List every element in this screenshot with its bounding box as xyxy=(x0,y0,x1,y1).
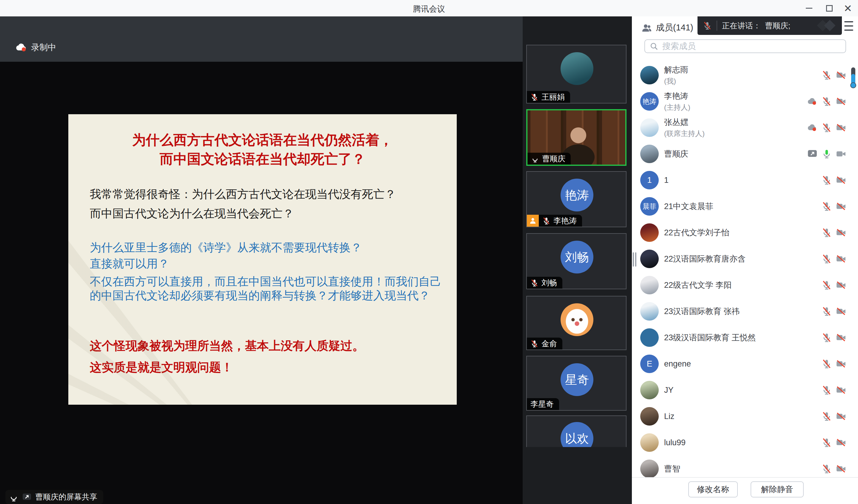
member-row[interactable]: 22级古代文学 李阳 xyxy=(632,272,858,298)
close-icon: ✕ xyxy=(844,3,852,13)
restore-button[interactable] xyxy=(821,0,838,16)
video-tile[interactable]: 王丽娟 xyxy=(526,45,626,103)
member-row[interactable]: 张丛嫼(联席主持人) xyxy=(632,115,858,141)
meeting-logo-watermark xyxy=(817,20,838,32)
member-name: 22级古代文学 李阳 xyxy=(664,280,822,291)
minimize-icon xyxy=(806,8,812,9)
screen-share-icon xyxy=(807,149,817,159)
avatar xyxy=(640,249,659,268)
camera-on-icon xyxy=(836,149,846,159)
camera-off-icon xyxy=(836,280,846,290)
member-row[interactable]: 曹顺庆 xyxy=(632,141,858,167)
mic-muted-icon xyxy=(822,123,832,133)
member-role: (我) xyxy=(664,76,822,86)
recording-label: 录制中 xyxy=(31,42,56,53)
mic-muted-icon xyxy=(822,280,832,290)
drag-handle-icon[interactable] xyxy=(633,252,636,266)
avatar xyxy=(640,66,659,84)
avatar xyxy=(640,276,659,294)
video-tile-active-speaker[interactable]: 曹顺庆 xyxy=(526,109,626,166)
slide-red-line1: 这个怪现象被视为理所当然，基本上没有人质疑过。 xyxy=(90,335,445,356)
mic-muted-icon xyxy=(822,70,832,80)
member-row[interactable]: JY xyxy=(632,377,858,403)
participant-name: 金俞 xyxy=(541,339,557,349)
slide-blue-para3: 不仅在西方可以直接用，而且在中国当代也可以直接使用！而我们自己的中国古代文论却必… xyxy=(90,275,445,303)
member-row[interactable]: 艳涛 李艳涛(主持人) xyxy=(632,88,858,115)
member-name: 23级汉语国际教育 王悦然 xyxy=(664,332,822,343)
member-name: 李艳涛 xyxy=(664,91,807,101)
avatar: 艳涛 xyxy=(640,92,659,111)
avatar: 1 xyxy=(640,171,659,189)
rename-button[interactable]: 修改名称 xyxy=(688,481,738,498)
video-tile[interactable]: 金俞 xyxy=(526,296,626,350)
restore-icon xyxy=(826,5,833,12)
avatar xyxy=(560,52,593,85)
mic-live-icon xyxy=(9,492,18,502)
mic-muted-icon xyxy=(822,438,832,448)
member-row[interactable]: 1 1 xyxy=(632,167,858,193)
tencent-meeting-window: 腾讯会议 ✕ 录制中 为什么西方古代文论话语在当代仍然活着， 而中国文论话语在当… xyxy=(0,0,858,504)
member-row[interactable]: 22古代文学刘子怡 xyxy=(632,220,858,246)
member-row[interactable]: 22汉语国际教育唐亦含 xyxy=(632,246,858,272)
menu-icon[interactable] xyxy=(844,21,853,31)
member-row[interactable]: 曹智 xyxy=(632,456,858,477)
member-row[interactable]: lulu99 xyxy=(632,429,858,456)
member-name: 22古代文学刘子怡 xyxy=(664,227,822,238)
member-list-scrollbar[interactable] xyxy=(850,67,856,90)
avatar xyxy=(560,303,593,336)
camera-off-icon xyxy=(836,228,846,238)
member-name: 21中文袁晨菲 xyxy=(664,201,822,212)
camera-off-icon xyxy=(836,96,846,107)
members-count-title: 成员(141) xyxy=(656,22,693,34)
camera-off-icon xyxy=(836,175,846,185)
minimize-button[interactable] xyxy=(800,0,818,16)
video-tile[interactable]: 星奇 李星奇 xyxy=(526,356,626,411)
member-name: Liz xyxy=(664,412,822,421)
people-icon xyxy=(641,22,652,33)
participant-name: 王丽娟 xyxy=(541,92,565,102)
avatar xyxy=(640,145,659,163)
member-name: 1 xyxy=(664,176,822,185)
slide-black-line2: 而中国古代文论为什么在现当代会死亡？ xyxy=(90,204,445,223)
mic-muted-icon xyxy=(530,279,539,287)
camera-off-icon xyxy=(836,385,846,395)
participant-name: 曹顺庆 xyxy=(542,153,565,164)
scrollbar-thumb-dot xyxy=(850,82,856,88)
video-tile[interactable]: 以欢 xyxy=(526,416,626,447)
member-row[interactable]: E engene xyxy=(632,351,858,377)
member-name: 张丛嫼 xyxy=(664,117,807,128)
search-input[interactable] xyxy=(662,41,845,51)
member-row[interactable]: 晨菲 21中文袁晨菲 xyxy=(632,193,858,220)
slide-blue-para2: 直接就可以用？ xyxy=(90,257,445,271)
video-tile[interactable]: 刘畅 刘畅 xyxy=(526,233,626,289)
member-list: 解志雨(我) 艳涛 李艳涛(主持人) 张丛嫼(联席主持人) 曹顺庆 1 1 xyxy=(632,62,858,477)
unmute-button[interactable]: 解除静音 xyxy=(751,481,804,498)
close-button[interactable]: ✕ xyxy=(839,0,857,16)
avatar: 刘畅 xyxy=(560,241,593,274)
slide-title: 为什么西方古代文论话语在当代仍然活着， 而中国文论话语在当代却死亡了？ xyxy=(68,130,457,168)
member-name: 曹智 xyxy=(664,464,822,474)
member-row[interactable]: Liz xyxy=(632,403,858,429)
divider xyxy=(717,20,717,31)
slide-black-line1: 我常常觉得很奇怪：为什么西方古代文论在现当代没有死亡？ xyxy=(90,184,445,204)
member-row[interactable]: 23汉语国际教育 张祎 xyxy=(632,298,858,324)
screen-share-view: 录制中 为什么西方古代文论话语在当代仍然活着， 而中国文论话语在当代却死亡了？ … xyxy=(0,16,523,504)
video-tile[interactable]: 艳涛 李艳涛 xyxy=(526,171,626,227)
member-name: JY xyxy=(664,386,822,395)
avatar: 星奇 xyxy=(560,363,593,396)
avatar xyxy=(640,407,659,426)
camera-off-icon xyxy=(836,306,846,316)
camera-off-icon xyxy=(836,464,846,474)
camera-off-icon xyxy=(836,254,846,264)
avatar xyxy=(640,302,659,321)
avatar: E xyxy=(640,355,659,373)
avatar xyxy=(640,433,659,452)
camera-off-icon xyxy=(836,411,846,421)
member-row[interactable]: 解志雨(我) xyxy=(632,62,858,88)
mic-muted-icon xyxy=(822,201,832,211)
now-speaking-bar: 正在讲话： 曹顺庆; xyxy=(698,16,842,35)
mic-muted-icon xyxy=(822,306,832,316)
member-row[interactable]: 23级汉语国际教育 王悦然 xyxy=(632,324,858,351)
cloud-record-icon xyxy=(807,123,817,133)
member-role: (主持人) xyxy=(664,102,807,112)
